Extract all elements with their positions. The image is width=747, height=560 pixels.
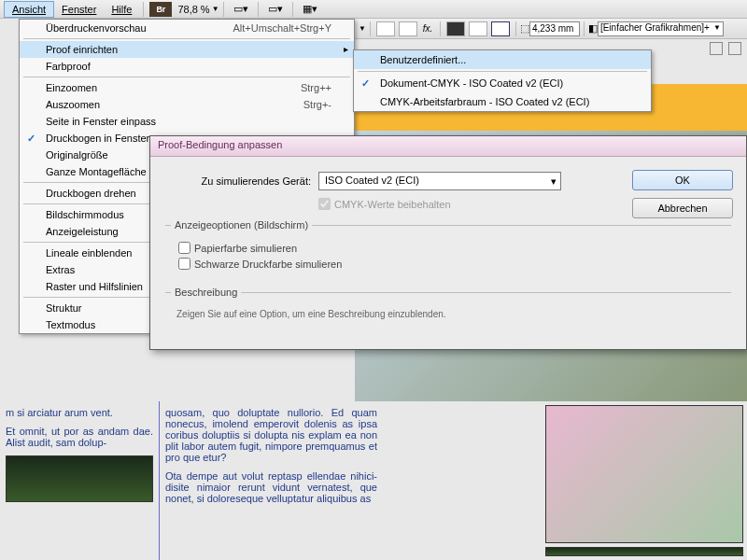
placed-image[interactable] [545,405,743,543]
text-column-1: m si arciatur arum vent. Et omnit, ut po… [0,401,159,560]
device-label: Zu simulierendes Gerät: [162,175,311,187]
separator [440,21,441,36]
corner-opts-icon[interactable] [376,21,395,36]
simulate-black-ink-checkbox[interactable]: Schwarze Druckfarbe simulieren [178,258,726,270]
separator [223,2,224,17]
menu-zoom-in[interactable]: EinzoomenStrg++ [20,79,354,96]
description-legend: Beschreibung [171,287,241,298]
menu-proof-setup[interactable]: Proof einrichten [20,41,354,58]
proof-condition-dialog: Proof-Bedingung anpassen OK Abbrechen Zu… [149,135,747,350]
text-wrap-2-icon[interactable] [469,21,487,36]
page-icon[interactable] [399,21,417,36]
zoom-level[interactable]: 78,8 % [177,4,209,15]
dialog-title: Proof-Bedingung anpassen [150,136,746,157]
preserve-cmyk-input [318,198,331,210]
body-text: Ota dempe aut volut reptasp ellendae nih… [165,470,377,504]
screen-mode-icon[interactable]: ▭▾ [230,2,252,17]
display-options-group: Anzeigeoptionen (Bildschirm) Papierfarbe… [165,219,731,277]
submenu-document-cmyk[interactable]: Dokument-CMYK - ISO Coated v2 (ECI) [354,74,651,92]
submenu-working-cmyk[interactable]: CMYK-Arbeitsfarbraum - ISO Coated v2 (EC… [354,92,651,111]
menu-fit-page[interactable]: Seite in Fenster einpass [20,113,354,130]
chevron-down-icon[interactable]: ▼ [212,5,219,13]
separator [515,21,516,36]
stroke-width-field[interactable] [529,21,580,36]
document-canvas: m si arciatur arum vent. Et omnit, ut po… [0,401,747,560]
body-text: m si arciatur arum vent. [6,407,153,418]
separator [258,2,259,17]
aux-toolbar [654,39,747,58]
menu-fenster[interactable]: Fenster [54,2,104,17]
text-wrap-1-icon[interactable] [446,21,465,36]
separator [584,21,585,36]
crop-icon[interactable]: ⬚ [520,22,529,35]
cancel-button[interactable]: Abbrechen [632,198,733,218]
small-tool-2-icon[interactable] [728,42,741,55]
menu-ansicht[interactable]: Ansicht [4,1,54,18]
separator [358,71,647,72]
body-text: quosam, quo doluptate nullorio. Ed quam … [165,407,377,463]
simulate-black-ink-input[interactable] [178,258,190,270]
separator [23,77,350,77]
menu-farbproof[interactable]: Farbproof [20,58,354,75]
chevron-down-icon[interactable]: ▼ [359,24,366,33]
text-wrap-3-icon[interactable] [491,21,510,36]
separator [143,2,144,17]
menubar: Ansicht Fenster Hilfe Br 78,8 % ▼ ▭▾ ▭▾ … [0,0,747,19]
submenu-custom[interactable]: Benutzerdefiniert... [354,50,651,69]
description-text: Zeigen Sie auf eine Option, um eine Besc… [176,309,720,319]
body-text: Et omnit, ut por as andam dae. Alist aud… [6,426,153,448]
control-toolbar: ▼ fx. ⬚ ◧ [Einfacher Grafikrahmen]+ [355,19,747,39]
separator [23,38,350,39]
palette-icon[interactable]: ◧ [588,22,598,35]
small-tool-1-icon[interactable] [710,42,723,55]
display-options-legend: Anzeigeoptionen (Bildschirm) [171,219,312,231]
ok-button[interactable]: OK [632,170,733,190]
menu-hilfe[interactable]: Hilfe [104,2,139,17]
simulate-paper-input[interactable] [178,242,190,254]
placed-image[interactable] [545,547,743,556]
text-column-2: quosam, quo doluptate nullorio. Ed quam … [159,401,383,560]
arrange-docs-icon[interactable]: ▭▾ [264,2,287,17]
description-group: Beschreibung Zeigen Sie auf eine Option,… [165,287,731,327]
object-style-combo[interactable]: [Einfacher Grafikrahmen]+ [598,21,724,36]
workspace-icon[interactable]: ▦▾ [299,2,321,17]
simulate-paper-checkbox[interactable]: Papierfarbe simulieren [178,242,726,254]
menu-zoom-out[interactable]: AuszoomenStrg+- [20,96,354,113]
bridge-icon[interactable]: Br [149,2,172,17]
separator [292,2,293,17]
proof-setup-submenu: Benutzerdefiniert... Dokument-CMYK - ISO… [353,49,652,112]
menu-overprint-preview[interactable]: ÜberdruckenvorschauAlt+Umschalt+Strg+Y [20,20,354,36]
placed-image[interactable] [6,455,153,502]
image-column [542,401,747,560]
device-combo[interactable]: ISO Coated v2 (ECI) [318,172,561,190]
fx-icon[interactable]: fx. [419,23,436,34]
separator [370,21,371,36]
spacer-column [383,401,542,560]
